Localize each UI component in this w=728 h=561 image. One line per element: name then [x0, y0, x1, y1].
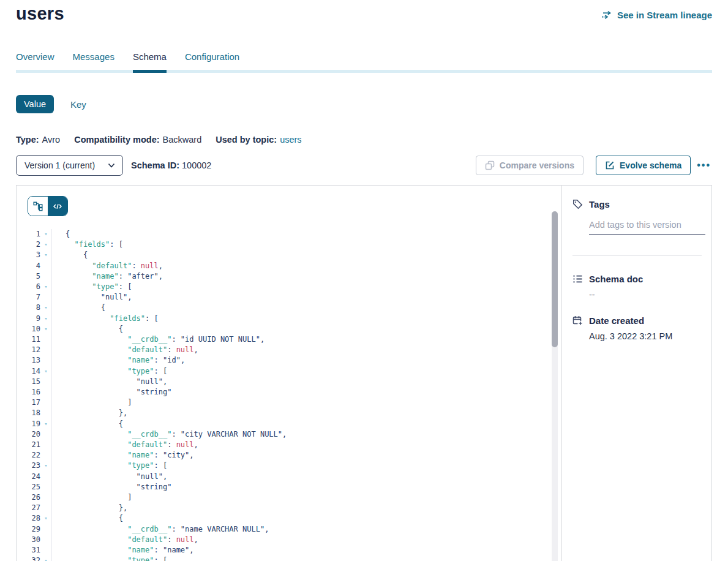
fold-toggle-icon[interactable]: ▾	[40, 239, 51, 250]
tab-schema[interactable]: Schema	[133, 51, 167, 70]
schema-sidebar: Tags Schema doc --	[561, 186, 711, 561]
see-in-stream-lineage-link[interactable]: See in Stream lineage	[601, 10, 712, 20]
evolve-schema-button[interactable]: Evolve schema	[596, 156, 691, 175]
code-line: 23▾ "type": [	[17, 461, 561, 471]
code-line: 4 "default": null,	[17, 261, 561, 271]
editor-scrollbar[interactable]	[552, 211, 558, 561]
code-view-button[interactable]	[48, 197, 67, 216]
code-line: 30 "default": null,	[17, 535, 561, 545]
tab-bar: OverviewMessagesSchemaConfiguration	[16, 51, 712, 73]
view-toggle	[28, 196, 68, 216]
fold-toggle-icon[interactable]: ▾	[40, 229, 51, 239]
code-line: 17 ]	[17, 397, 561, 408]
more-options-button[interactable]: •••	[696, 160, 712, 171]
line-number: 4	[17, 261, 40, 271]
meta-label: Compatibility mode:	[74, 135, 159, 145]
schema-doc-value: --	[589, 290, 702, 299]
compare-versions-button[interactable]: Compare versions	[476, 156, 584, 175]
meta-row: Type:AvroCompatibility mode:BackwardUsed…	[16, 135, 712, 145]
line-number: 6	[17, 282, 40, 292]
fold-toggle-icon[interactable]: ▾	[40, 314, 51, 324]
line-number: 11	[17, 334, 40, 345]
meta-item: Type:Avro	[16, 135, 60, 145]
calendar-plus-icon	[572, 315, 583, 326]
code-line: 14▾ "type": [	[17, 366, 561, 377]
fold-toggle-icon[interactable]: ▾	[40, 250, 51, 260]
line-number: 26	[17, 492, 40, 503]
line-number: 3	[17, 250, 40, 260]
version-select-value: Version 1 (current)	[24, 160, 95, 170]
line-number: 30	[17, 535, 40, 545]
tab-messages[interactable]: Messages	[73, 51, 114, 70]
line-number: 27	[17, 503, 40, 513]
meta-item: Used by topic:users	[216, 135, 301, 145]
schema-panel: 1▾{2▾ "fields": [3▾ {4 "default": null,5…	[16, 185, 712, 561]
scrollbar-thumb[interactable]	[552, 211, 558, 347]
line-number: 31	[17, 545, 40, 555]
schema-editor[interactable]: 1▾{2▾ "fields": [3▾ {4 "default": null,5…	[17, 186, 561, 561]
line-number: 28	[17, 513, 40, 524]
tab-configuration[interactable]: Configuration	[185, 51, 239, 70]
code-line: 9▾ "fields": [	[17, 314, 561, 324]
code-line: 8▾ {	[17, 303, 561, 313]
line-number: 7	[17, 292, 40, 303]
value-toggle-button[interactable]: Value	[16, 95, 54, 113]
line-number: 19	[17, 419, 40, 429]
code-line: 3▾ {	[17, 250, 561, 260]
version-row: Version 1 (current) Schema ID: 100002 Co…	[16, 155, 712, 176]
code-line: 10▾ {	[17, 324, 561, 334]
line-number: 23	[17, 461, 40, 471]
line-number: 18	[17, 408, 40, 418]
code-line: 21 "default": null,	[17, 440, 561, 450]
chevron-down-icon	[108, 163, 115, 168]
line-number: 9	[17, 314, 40, 324]
schema-doc-title: Schema doc	[589, 274, 643, 284]
stream-lineage-icon	[601, 10, 613, 20]
tree-view-button[interactable]	[28, 197, 48, 216]
code-line: 19▾ {	[17, 419, 561, 429]
tab-overview[interactable]: Overview	[16, 51, 54, 70]
topic-link[interactable]: users	[280, 135, 301, 145]
version-select[interactable]: Version 1 (current)	[16, 155, 123, 176]
line-number: 32	[17, 555, 40, 561]
tree-view-icon	[33, 201, 43, 211]
meta-label: Used by topic:	[216, 135, 277, 145]
line-number: 21	[17, 440, 40, 450]
sidebar-divider	[572, 255, 702, 256]
line-number: 14	[17, 366, 40, 377]
line-number: 20	[17, 429, 40, 440]
code-line: 13 "name": "id",	[17, 355, 561, 366]
line-number: 1	[17, 229, 40, 239]
line-number: 2	[17, 239, 40, 250]
fold-toggle-icon[interactable]: ▾	[40, 513, 51, 524]
meta-value: Avro	[42, 135, 61, 145]
line-number: 15	[17, 377, 40, 387]
fold-toggle-icon[interactable]: ▾	[40, 461, 51, 471]
key-toggle-button[interactable]: Key	[70, 99, 86, 110]
code-line: 7 "null",	[17, 292, 561, 303]
code-line: 24 "null",	[17, 472, 561, 482]
line-number: 22	[17, 450, 40, 461]
line-number: 12	[17, 345, 40, 355]
fold-toggle-icon[interactable]: ▾	[40, 366, 51, 377]
code-line: 11 "__crdb__": "id UUID NOT NULL",	[17, 334, 561, 345]
fold-toggle-icon[interactable]: ▾	[40, 324, 51, 334]
line-number: 13	[17, 355, 40, 366]
tags-section: Tags	[572, 199, 702, 235]
add-tags-input[interactable]	[589, 220, 705, 235]
date-created-title: Date created	[589, 315, 644, 326]
code-line: 20 "__crdb__": "city VARCHAR NOT NULL",	[17, 429, 561, 440]
fold-toggle-icon[interactable]: ▾	[40, 303, 51, 313]
schema-id: Schema ID: 100002	[131, 160, 211, 170]
page-header: users See in Stream lineage	[16, 0, 712, 24]
fold-toggle-icon[interactable]: ▾	[40, 419, 51, 429]
meta-value: Backward	[163, 135, 202, 145]
edit-icon	[605, 160, 615, 170]
fold-toggle-icon[interactable]: ▾	[40, 282, 51, 292]
code-line: 31 "name": "name",	[17, 545, 561, 555]
code-line: 1▾{	[17, 229, 561, 239]
schema-page: users See in Stream lineage OverviewMess…	[0, 0, 728, 561]
fold-toggle-icon[interactable]: ▾	[40, 555, 51, 561]
tags-title: Tags	[589, 199, 610, 209]
line-number: 10	[17, 324, 40, 334]
